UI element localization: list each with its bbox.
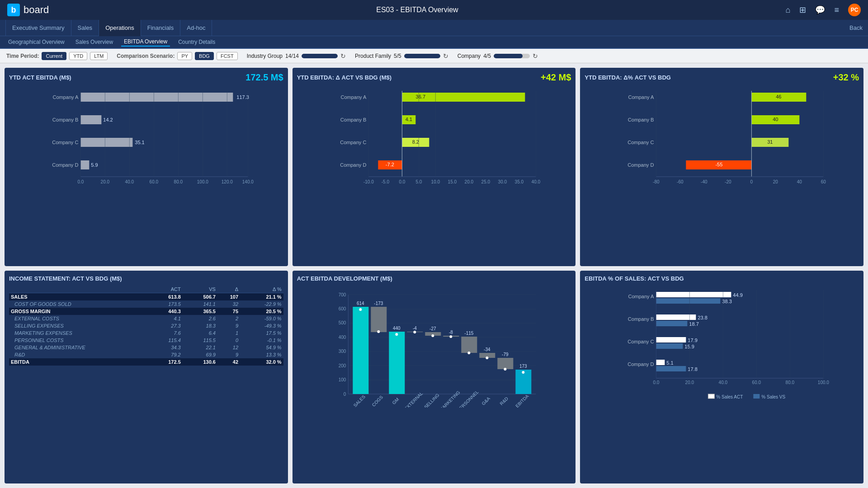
svg-text:440: 440 [393, 326, 401, 331]
comparison-py-btn[interactable]: PY [177, 52, 192, 60]
row-label: COST OF GOODS SOLD [9, 300, 148, 308]
table-row: GENERAL & ADMINISTRATIVE34.322.11254.9 % [9, 344, 283, 351]
svg-rect-174 [754, 394, 760, 399]
ytd-act-ebitda-svg: Company A 117.3 Company B 14.2 Company C… [9, 86, 283, 190]
sub-nav-geographical[interactable]: Geographical Overview [5, 38, 67, 46]
sub-nav-ebitda[interactable]: EBITDA Overview [121, 38, 170, 47]
logo-b-icon: b [7, 4, 20, 16]
svg-text:8.2: 8.2 [412, 139, 419, 145]
svg-point-128 [522, 371, 524, 374]
nav-sales[interactable]: Sales [71, 20, 99, 36]
svg-text:17.9: 17.9 [688, 338, 698, 343]
svg-text:140.0: 140.0 [242, 179, 254, 184]
act-ebitda-dev-header: ACT EBITDA Development (M$) [297, 275, 571, 282]
nav-operations[interactable]: Operations [99, 20, 141, 36]
svg-text:20.0: 20.0 [101, 179, 110, 184]
svg-text:40: 40 [797, 179, 802, 184]
back-button[interactable]: Back [849, 24, 863, 31]
svg-rect-7 [80, 138, 132, 147]
sub-nav-sales[interactable]: Sales Overview [73, 38, 116, 46]
svg-text:SALES: SALES [352, 394, 366, 408]
row-act: 440.3 [148, 308, 183, 315]
svg-point-101 [359, 308, 362, 311]
svg-text:-5.0: -5.0 [381, 179, 389, 184]
svg-text:COGS: COGS [371, 394, 384, 408]
nav-adhoc[interactable]: Ad-hoc [180, 20, 212, 36]
svg-point-104 [377, 330, 380, 333]
row-delta: 1 [217, 329, 240, 337]
comment-icon[interactable]: 💬 [815, 5, 825, 15]
comparison-scenario-group: Comparison Scenario: PY BDG FCST [117, 52, 237, 60]
svg-text:MARKETING: MARKETING [439, 389, 461, 408]
col-header-pct: Δ % [240, 286, 283, 293]
svg-text:60.0: 60.0 [150, 179, 159, 184]
svg-point-116 [449, 335, 452, 338]
comparison-label: Comparison Scenario: [117, 53, 175, 59]
time-ltm-btn[interactable]: LTM [90, 52, 108, 60]
svg-text:31: 31 [768, 139, 773, 145]
user-avatar[interactable]: PC [848, 4, 861, 16]
home-icon[interactable]: ⌂ [786, 5, 791, 15]
header-actions: ⌂ ⊞ 💬 ≡ PC [786, 4, 861, 16]
ytd-delta-pct-card: YTD EBITDA: Δ% ACT VS BDG +32 % Company … [580, 68, 863, 266]
table-icon[interactable]: ⊞ [799, 5, 806, 15]
svg-rect-155 [656, 360, 665, 365]
svg-text:-20: -20 [725, 179, 731, 184]
svg-text:Company C: Company C [628, 339, 654, 344]
svg-text:100: 100 [338, 377, 346, 382]
time-current-btn[interactable]: Current [42, 52, 66, 60]
svg-text:36.7: 36.7 [415, 94, 425, 99]
row-delta: 0 [217, 337, 240, 344]
ytd-delta-pct-svg: Company A 46 Company B 40 Company C 31 C… [585, 86, 859, 190]
row-act: 7.6 [148, 329, 183, 337]
company-count: 4/5 [483, 53, 491, 59]
row-pct: -59.0 % [240, 315, 283, 322]
svg-rect-147 [656, 321, 688, 326]
svg-text:GM: GM [391, 397, 400, 405]
ytd-delta-chart: Company A 36.7 Company B 4.1 Company C 8… [297, 86, 571, 262]
svg-text:Company C: Company C [52, 140, 78, 145]
row-label: GROSS MARGIN [9, 308, 148, 315]
header: b board ES03 - EBITDA Overview ⌂ ⊞ 💬 ≡ P… [0, 0, 868, 20]
row-pct: 13.3 % [240, 351, 283, 358]
row-pct: 21.1 % [240, 293, 283, 301]
svg-point-119 [467, 352, 470, 354]
industry-group-refresh[interactable]: ↻ [340, 52, 346, 60]
row-label: PERSONNEL COSTS [9, 337, 148, 344]
nav-financials[interactable]: Financials [141, 20, 181, 36]
row-act: 34.3 [148, 344, 183, 351]
svg-text:700: 700 [338, 292, 346, 297]
row-vs: 130.6 [183, 358, 217, 366]
ytd-delta-act-bdg-card: YTD EBITDA: Δ ACT VS BDG (M$) +42 M$ Com… [292, 68, 576, 266]
svg-text:Company A: Company A [628, 94, 655, 100]
svg-text:23.8: 23.8 [698, 315, 708, 320]
svg-rect-99 [353, 307, 368, 394]
nav-executive-summary[interactable]: Executive Summary [5, 20, 71, 36]
company-refresh[interactable]: ↻ [533, 52, 538, 60]
comparison-fcst-btn[interactable]: FCST [217, 52, 238, 60]
svg-text:Company B: Company B [52, 117, 78, 122]
ytd-act-ebitda-title: YTD ACT EBITDA (M$) [9, 74, 71, 81]
svg-text:Company C: Company C [628, 140, 654, 145]
svg-text:Company D: Company D [52, 162, 78, 168]
sub-nav-country[interactable]: Country Details [175, 38, 218, 46]
row-delta: 107 [217, 293, 240, 301]
svg-text:18.7: 18.7 [689, 321, 699, 327]
svg-text:40.0: 40.0 [125, 179, 134, 184]
product-family-refresh[interactable]: ↻ [443, 52, 448, 60]
comparison-bdg-btn[interactable]: BDG [195, 52, 214, 60]
time-ytd-btn[interactable]: YTD [69, 52, 87, 60]
svg-text:40.0: 40.0 [719, 380, 728, 385]
row-vs: 506.7 [183, 293, 217, 301]
ytd-delta-total: +42 M$ [541, 72, 571, 83]
row-label: SELLING EXPENSES [9, 322, 148, 329]
ebitda-pct-sales-chart: Company A 44.9 38.3 Company B 23.8 18.7 … [585, 286, 859, 479]
svg-text:G&A: G&A [481, 396, 491, 406]
svg-text:80.0: 80.0 [174, 179, 183, 184]
ebitda-pct-sales-header: EBITDA % of Sales: ACT VS BDG [585, 275, 859, 282]
svg-text:5.1: 5.1 [667, 360, 674, 366]
logo-area: b board [7, 4, 49, 16]
svg-point-125 [504, 368, 506, 371]
svg-text:173: 173 [519, 364, 527, 369]
menu-icon[interactable]: ≡ [834, 5, 839, 15]
